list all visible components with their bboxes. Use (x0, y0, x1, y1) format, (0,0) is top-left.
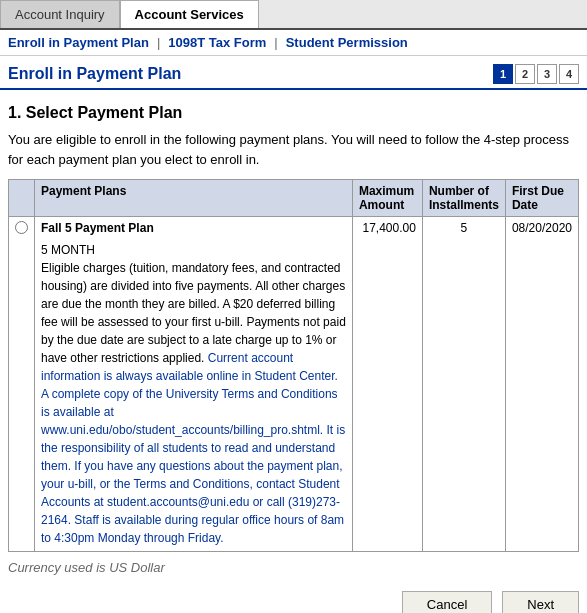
tab-bar: Account Inquiry Account Services (0, 0, 587, 30)
cancel-button[interactable]: Cancel (402, 591, 492, 613)
col-header-installments: Number of Installments (422, 180, 505, 217)
sub-navigation: Enroll in Payment Plan | 1098T Tax Form … (0, 30, 587, 56)
plan-body-blue: Current account information is always av… (41, 351, 345, 545)
plan-body: 5 MONTH Eligible charges (tuition, manda… (41, 241, 346, 547)
tab-account-services[interactable]: Account Services (120, 0, 259, 28)
plan-name: Fall 5 Payment Plan (41, 221, 346, 235)
intro-text: You are eligible to enroll in the follow… (0, 130, 587, 179)
plan-radio[interactable] (15, 221, 28, 234)
plan-body-black: Eligible charges (tuition, mandatory fee… (41, 261, 346, 365)
currency-note: Currency used is US Dollar (0, 552, 587, 587)
step-3: 3 (537, 64, 557, 84)
subnav-tax-form[interactable]: 1098T Tax Form (168, 35, 266, 50)
col-header-radio (9, 180, 35, 217)
subnav-enroll-payment[interactable]: Enroll in Payment Plan (8, 35, 149, 50)
plan-subheading: 5 MONTH (41, 243, 95, 257)
button-bar: Cancel Next (0, 587, 587, 613)
next-button[interactable]: Next (502, 591, 579, 613)
tab-account-inquiry[interactable]: Account Inquiry (0, 0, 120, 28)
page-title: Enroll in Payment Plan (8, 65, 181, 83)
subnav-separator-2: | (274, 35, 277, 50)
plan-amount-cell: 17,400.00 (352, 217, 422, 552)
step-2: 2 (515, 64, 535, 84)
step-4: 4 (559, 64, 579, 84)
plan-radio-cell[interactable] (9, 217, 35, 552)
step-1: 1 (493, 64, 513, 84)
table-row: Fall 5 Payment Plan 5 MONTH Eligible cha… (9, 217, 579, 552)
col-header-plans: Payment Plans (35, 180, 353, 217)
plan-due-date-cell: 08/20/2020 (505, 217, 578, 552)
step-indicators: 1 2 3 4 (493, 64, 579, 84)
col-header-amount: Maximum Amount (352, 180, 422, 217)
subnav-separator-1: | (157, 35, 160, 50)
page-header: Enroll in Payment Plan 1 2 3 4 (0, 56, 587, 90)
section-title: 1. Select Payment Plan (0, 100, 587, 130)
payment-plans-table: Payment Plans Maximum Amount Number of I… (8, 179, 579, 552)
plan-description-cell: Fall 5 Payment Plan 5 MONTH Eligible cha… (35, 217, 353, 552)
col-header-duedate: First Due Date (505, 180, 578, 217)
subnav-student-permission[interactable]: Student Permission (286, 35, 408, 50)
plan-installments-cell: 5 (422, 217, 505, 552)
